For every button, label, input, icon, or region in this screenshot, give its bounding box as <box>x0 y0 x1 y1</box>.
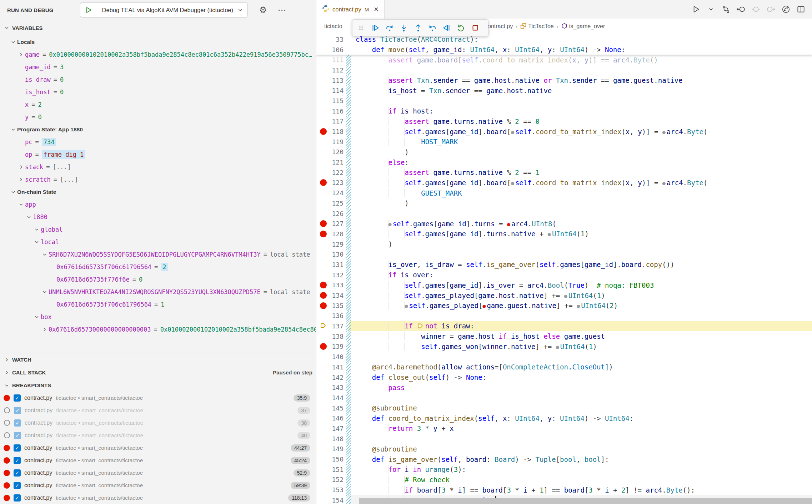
step-back-icon[interactable] <box>425 21 440 35</box>
chevron-right-icon[interactable] <box>17 52 25 57</box>
code-line-121[interactable]: 121 else: <box>316 157 812 167</box>
tab-contract-py[interactable]: contract.py M ✕ <box>316 0 385 19</box>
inline-breakpoint-candidate-icon[interactable]: ● <box>511 129 514 135</box>
reverse-continue-icon[interactable] <box>440 21 454 35</box>
tree-item-local[interactable]: local <box>0 236 316 248</box>
inline-breakpoint-candidate-icon[interactable]: ● <box>548 231 551 237</box>
tree-item-y[interactable]: y=0 <box>0 111 316 123</box>
tree-item-UNML6W5NVHRIKTEOZAA4NI2S[interactable]: UNML6W5NVHRIKTEOZAA4NI2SWQROSGNFNY2QS523… <box>0 286 316 298</box>
breakpoint-icon[interactable] <box>320 179 327 186</box>
code-line-144[interactable]: 144 <box>316 393 812 403</box>
source-graph-icon[interactable] <box>780 3 792 15</box>
code-line-128[interactable]: 128 self.games[game_id].turns.native + ●… <box>316 229 812 239</box>
inline-breakpoint-candidate-icon[interactable]: ● <box>405 303 408 309</box>
tree-item-SRH6D7XU2N6WQQ5SSYDQFG5E[interactable]: SRH6D7XU2N6WQQ5SSYDQFG5ESO6JWEQIDPGLUGYC… <box>0 248 316 261</box>
chevron-down-icon[interactable] <box>9 189 17 195</box>
code-line-152[interactable]: 152 # Row check <box>316 475 812 485</box>
code-line-115[interactable]: 115 <box>316 96 812 106</box>
code-line-149[interactable]: 149 @subroutine <box>316 444 812 454</box>
chevron-right-icon[interactable] <box>3 357 11 363</box>
code-line-143[interactable]: 143 pass <box>316 382 812 393</box>
chevron-down-icon[interactable] <box>41 289 49 295</box>
code-line-142[interactable]: 142 def close_out(self) -> None: <box>316 372 812 383</box>
tree-item-stack[interactable]: stack=[...] <box>0 161 316 173</box>
breakpoint-row[interactable]: ✓contract.pytictactoe • smart_contracts/… <box>0 454 316 467</box>
breakpoint-row[interactable]: ✓contract.pytictactoe • smart_contracts/… <box>0 492 316 504</box>
breakpoint-row[interactable]: ✓contract.pytictactoe • smart_contracts/… <box>0 429 316 442</box>
tree-item-0x67616d65735f706c617965[interactable]: 0x67616d65735f706c61796564=1 <box>0 298 316 311</box>
code-line-122[interactable]: 122 assert game.turns.native % 2 == 1 <box>316 167 812 178</box>
code-line-151[interactable]: 151 for i in urange(3): <box>316 464 812 475</box>
breakpoint-gutter[interactable] <box>316 282 330 288</box>
tree-item-game[interactable]: game=0x010000000102010002a358bf5bada9e28… <box>0 48 316 61</box>
code-line-140[interactable]: 140 <box>316 352 812 362</box>
breakpoint-gutter[interactable] <box>316 231 330 237</box>
inline-breakpoint-candidate-icon[interactable]: ● <box>577 303 580 309</box>
breakpoint-checkbox[interactable]: ✓ <box>14 469 21 477</box>
code-line-146[interactable]: 146 def coord_to_matrix_index(self, x: U… <box>316 413 812 423</box>
tree-item-is_host[interactable]: is_host=0 <box>0 86 316 98</box>
breakpoint-gutter[interactable] <box>316 128 330 135</box>
breakpoint-checkbox[interactable]: ✓ <box>14 432 21 439</box>
continue-icon[interactable] <box>368 21 382 35</box>
breakpoint-row[interactable]: ✓contract.pytictactoe • smart_contracts/… <box>0 392 316 404</box>
tree-item-is_draw[interactable]: is_draw=0 <box>0 73 316 86</box>
chevron-right-icon[interactable] <box>3 370 11 376</box>
breakpoint-row[interactable]: ✓contract.pytictactoe • smart_contracts/… <box>0 479 316 492</box>
code-line-120[interactable]: 120 ) <box>316 147 812 157</box>
code-line-153[interactable]: 153 if board[3 * i] == board[3 * i + 1] … <box>316 485 812 495</box>
breakpoint-gutter[interactable] <box>316 302 330 309</box>
breakpoint-icon[interactable] <box>320 282 327 288</box>
chevron-down-icon[interactable] <box>3 25 11 31</box>
code-line-147[interactable]: 147 return 3 * y + x <box>316 423 812 434</box>
run-dropdown-chevron-icon[interactable] <box>705 3 717 15</box>
tree-item-game_id[interactable]: game_id=3 <box>0 61 316 73</box>
grip-icon[interactable] <box>354 21 368 35</box>
tree-item-box[interactable]: box <box>0 311 316 323</box>
tree-item-x[interactable]: x=2 <box>0 98 316 111</box>
breakpoint-checkbox[interactable]: ✓ <box>14 494 21 502</box>
inline-breakpoint-candidate-icon[interactable]: ● <box>556 344 559 350</box>
breakpoint-gutter[interactable] <box>316 292 330 299</box>
breakpoint-icon[interactable] <box>320 231 327 237</box>
rerun-swap-icon[interactable] <box>720 3 732 15</box>
tree-item-0x67616d6573000000000000[interactable]: 0x67616d65730000000000000003=0x010002000… <box>0 323 316 336</box>
code-lines[interactable]: 111 assert game.board[self.coord_to_matr… <box>316 55 812 504</box>
chevron-down-icon[interactable] <box>3 383 11 388</box>
breakpoint-checkbox[interactable]: ✓ <box>14 457 21 464</box>
code-line-116[interactable]: 116 if is_host: <box>316 106 812 116</box>
chevron-down-icon[interactable] <box>25 214 33 220</box>
chevron-down-icon[interactable] <box>33 314 41 320</box>
inline-breakpoint-candidate-icon[interactable]: ● <box>662 180 666 186</box>
tree-item-pc[interactable]: pc=734 <box>0 136 316 148</box>
callstack-section-header[interactable]: CALL STACK Paused on step <box>0 366 316 379</box>
tree-item-Program State: App 1880[interactable]: Program State: App 1880 <box>0 123 316 136</box>
breadcrumb-item-is_game_over[interactable]: is_game_over <box>561 23 605 30</box>
breakpoint-icon[interactable] <box>320 128 327 135</box>
inline-breakpoint-icon[interactable]: ● <box>507 221 510 227</box>
code-line-118[interactable]: 118 self.games[game_id].board[●self.coor… <box>316 126 812 137</box>
chevron-down-icon[interactable] <box>41 252 49 257</box>
code-line-134[interactable]: 134 self.games_played[game.host.native] … <box>316 290 812 301</box>
run-python-file-icon[interactable] <box>690 3 702 15</box>
step-into-icon[interactable] <box>397 21 411 35</box>
code-line-150[interactable]: 150 def is_game_over(self, board: Board)… <box>316 454 812 464</box>
code-line-130[interactable]: 130 <box>316 249 812 259</box>
horizontal-scrollbar[interactable] <box>359 498 812 504</box>
tree-item-op[interactable]: op=frame_dig 1 <box>0 148 316 161</box>
breadcrumb-item-TicTacToe[interactable]: TicTacToe <box>520 23 553 30</box>
debug-config-control[interactable]: Debug TEAL via AlgoKit AVM Debugger (tic… <box>80 2 248 17</box>
code-line-126[interactable]: 126 <box>316 208 812 219</box>
breakpoint-gutter[interactable] <box>316 220 330 227</box>
step-out-icon[interactable] <box>411 21 425 35</box>
code-line-138[interactable]: 138 winner = game.host if is_host else g… <box>316 331 812 342</box>
code-line-123[interactable]: 123 self.games[game_id].board[●self.coor… <box>316 178 812 188</box>
inline-breakpoint-candidate-icon[interactable]: ● <box>389 221 392 227</box>
breakpoint-icon[interactable] <box>320 292 327 299</box>
breakpoint-checkbox[interactable]: ✓ <box>14 482 21 489</box>
tree-item-0x67616d65735f706c617965[interactable]: 0x67616d65735f706c61796564=2 <box>0 261 316 273</box>
variables-section-header[interactable]: VARIABLES <box>0 20 316 36</box>
sticky-line-106[interactable]: 106 def move(self, game_id: UInt64, x: U… <box>316 45 812 55</box>
breakpoints-section-header[interactable]: BREAKPOINTS <box>0 379 316 392</box>
start-debug-button[interactable] <box>80 3 97 17</box>
